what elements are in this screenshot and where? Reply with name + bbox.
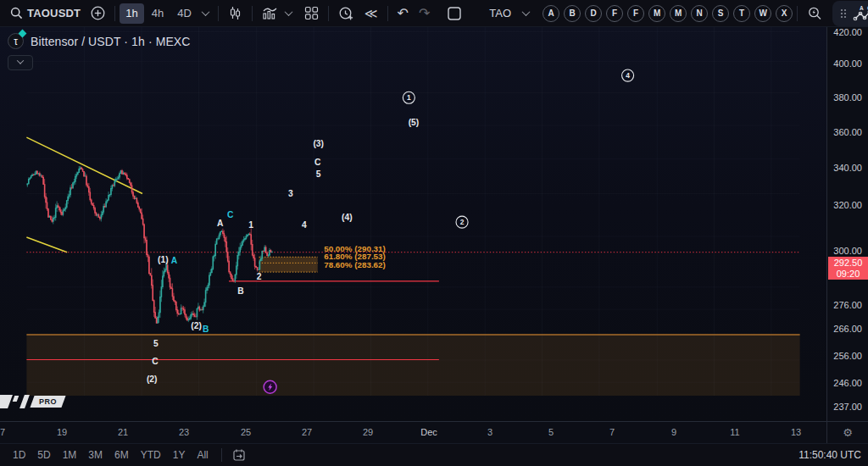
drag-handle-icon[interactable] bbox=[839, 7, 848, 20]
chevron-down-icon bbox=[522, 8, 531, 16]
chart-title: Bittensor / USDT · 1h · MEXC bbox=[31, 35, 190, 48]
channel-band bbox=[26, 335, 799, 396]
bittensor-coin-icon: τ bbox=[8, 33, 24, 49]
indicators-dropdown[interactable] bbox=[283, 3, 294, 25]
price-axis-label: 246.00 bbox=[833, 378, 862, 388]
plus-circle-icon bbox=[91, 6, 105, 20]
time-axis-label: 13 bbox=[791, 427, 801, 437]
logo-shape bbox=[13, 396, 19, 402]
price-axis-label: 256.00 bbox=[833, 351, 862, 361]
range-button-5d[interactable]: 5D bbox=[31, 447, 56, 463]
chart-canvas[interactable]: 50.00% (290.31)61.80% (287.53)78.60% (28… bbox=[0, 27, 826, 421]
wave-label: C bbox=[227, 210, 234, 219]
quick-search-button[interactable] bbox=[802, 3, 827, 25]
range-button-ytd[interactable]: YTD bbox=[135, 447, 167, 463]
toolbar-separator bbox=[328, 6, 329, 21]
timeframe-button-4D[interactable]: 4D bbox=[171, 3, 198, 24]
range-button-6m[interactable]: 6M bbox=[108, 447, 135, 463]
main-area: 50.00% (290.31)61.80% (287.53)78.60% (28… bbox=[0, 27, 868, 421]
layout-badge-a[interactable]: A bbox=[542, 5, 559, 22]
redo-button[interactable]: ↷ bbox=[414, 3, 435, 25]
timeframe-button-4h[interactable]: 4h bbox=[146, 3, 170, 24]
redo-icon: ↷ bbox=[419, 7, 430, 20]
layout-badge-m[interactable]: M bbox=[670, 5, 687, 22]
pro-badge: PRO bbox=[30, 396, 65, 408]
layout-badge-m[interactable]: M bbox=[648, 5, 665, 22]
time-axis[interactable]: 7192123252729Dec35791113 ⚙ bbox=[0, 421, 868, 443]
bar-replay-button[interactable]: ≪ bbox=[359, 3, 383, 25]
chevron-down-icon bbox=[284, 8, 292, 16]
wave-label: C bbox=[152, 357, 159, 366]
quick-search-icon bbox=[807, 6, 822, 21]
range-button-1d[interactable]: 1D bbox=[7, 447, 31, 463]
wave-label: (1) bbox=[158, 255, 169, 264]
price-axis-label: 276.00 bbox=[833, 300, 862, 310]
layout-badge-d[interactable]: D bbox=[585, 5, 602, 22]
layout-badge-f[interactable]: F bbox=[627, 5, 644, 22]
layout-badge-w[interactable]: W bbox=[754, 5, 771, 22]
wave-label: 4 bbox=[626, 71, 630, 80]
time-axis-label: 7 bbox=[609, 427, 615, 437]
layout-badge-t[interactable]: T bbox=[733, 5, 750, 22]
go-to-date-button[interactable] bbox=[229, 444, 250, 466]
wave-label: (2) bbox=[147, 374, 158, 384]
time-axis-label: 5 bbox=[548, 427, 554, 437]
price-axis-label: 420.00 bbox=[833, 27, 862, 37]
range-button-1y[interactable]: 1Y bbox=[167, 447, 192, 463]
time-axis-label: 3 bbox=[487, 427, 492, 437]
layout-templates-button[interactable] bbox=[299, 3, 324, 25]
price-axis[interactable]: 420.00400.00380.00360.00340.00320.00300.… bbox=[826, 27, 868, 421]
utc-clock[interactable]: 11:50:40 UTC bbox=[798, 449, 861, 461]
wave-label: B bbox=[237, 286, 243, 296]
boost-marker[interactable] bbox=[264, 380, 276, 393]
wave-label: (5) bbox=[409, 118, 420, 127]
price-axis-label: 300.00 bbox=[833, 246, 862, 256]
wave-label: 5 bbox=[316, 169, 321, 179]
chart-pane[interactable]: 50.00% (290.31)61.80% (287.53)78.60% (28… bbox=[0, 27, 826, 421]
wave-label: 5 bbox=[153, 339, 159, 348]
widget-panel: A C bbox=[832, 1, 868, 26]
layout-select-button[interactable] bbox=[442, 3, 467, 25]
price-axis-label: 237.00 bbox=[833, 402, 862, 412]
chevron-down-icon bbox=[17, 57, 24, 64]
axis-settings-corner[interactable]: ⚙ bbox=[826, 422, 868, 443]
time-axis-label: 7 bbox=[0, 427, 5, 437]
price-axis-label: 320.00 bbox=[833, 200, 862, 210]
fib-retracement[interactable]: 50.00% (290.31)61.80% (287.53)78.60% (28… bbox=[259, 244, 386, 272]
top-toolbar: TAOUSDT 1h4h4D bbox=[0, 0, 868, 27]
range-button-3m[interactable]: 3M bbox=[82, 447, 108, 463]
wave-label: (3) bbox=[313, 139, 324, 148]
bottombar-separator bbox=[221, 448, 222, 462]
undo-button[interactable]: ↶ bbox=[392, 3, 414, 25]
indicators-button[interactable] bbox=[257, 3, 283, 25]
layout-name-dropdown[interactable]: TAO bbox=[484, 3, 534, 25]
compare-add-button[interactable] bbox=[86, 3, 110, 25]
chart-style-button[interactable] bbox=[223, 3, 248, 25]
legend-collapse-button[interactable] bbox=[8, 55, 33, 70]
layout-badge-n[interactable]: N bbox=[691, 5, 708, 22]
toolbar-separator bbox=[252, 6, 253, 21]
layout-badge-x[interactable]: X bbox=[776, 5, 793, 22]
time-axis-label: 27 bbox=[302, 427, 312, 437]
timeframe-dropdown[interactable] bbox=[198, 3, 214, 25]
range-button-all[interactable]: All bbox=[191, 447, 214, 463]
range-button-1m[interactable]: 1M bbox=[57, 447, 83, 463]
last-price-badge: 292.5009:20 bbox=[828, 257, 868, 280]
layout-badge-s[interactable]: S bbox=[712, 5, 729, 22]
toolbar-separator bbox=[387, 6, 388, 21]
wave-label: 1 bbox=[407, 93, 411, 102]
elliott-wave-tool-icon[interactable]: A C bbox=[853, 4, 868, 23]
layout-badge-b[interactable]: B bbox=[564, 5, 581, 22]
wave-label: (2) bbox=[191, 321, 202, 330]
price-axis-label: 340.00 bbox=[833, 163, 862, 173]
time-axis-label: 19 bbox=[57, 427, 67, 437]
search-icon bbox=[10, 7, 23, 19]
timeframe-button-1h[interactable]: 1h bbox=[120, 3, 143, 24]
wave-label: A bbox=[171, 256, 178, 265]
chart-legend[interactable]: τ Bittensor / USDT · 1h · MEXC bbox=[8, 33, 190, 49]
create-alert-button[interactable] bbox=[333, 3, 359, 25]
time-axis-label: Dec bbox=[420, 427, 437, 437]
trendline[interactable] bbox=[26, 237, 67, 252]
layout-badge-f[interactable]: F bbox=[606, 5, 623, 22]
symbol-search-button[interactable]: TAOUSDT bbox=[5, 3, 86, 25]
